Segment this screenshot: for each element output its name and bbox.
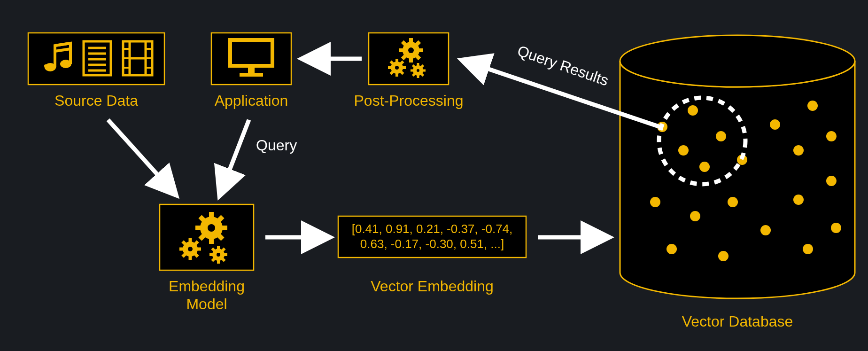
arrow-app-to-embedding [221,120,249,193]
svg-rect-23 [240,73,263,77]
svg-point-92 [699,162,710,172]
svg-point-105 [826,176,837,186]
svg-rect-61 [221,226,227,230]
svg-point-99 [690,211,700,221]
svg-rect-80 [209,253,213,256]
svg-rect-29 [399,48,403,52]
svg-rect-49 [411,70,414,72]
svg-rect-70 [179,248,184,251]
vector-embedding-label: Vector Embedding [371,278,494,295]
svg-point-46 [417,69,419,72]
svg-rect-28 [409,58,413,62]
vector-embedding-box: [0.41, 0.91, 0.21, -0.37, -0.74, 0.63, -… [338,216,526,257]
embedding-model-label-2: Model [186,296,227,312]
svg-point-91 [716,131,726,141]
svg-rect-38 [395,73,398,77]
svg-point-87 [620,35,855,87]
svg-rect-78 [217,246,220,250]
svg-point-90 [678,145,689,156]
svg-rect-50 [422,70,426,72]
svg-rect-22 [248,66,255,73]
source-data-label: Source Data [54,92,138,109]
embedding-model-box [160,204,254,270]
vector-embedding-line1: [0.41, 0.91, 0.21, -0.37, -0.74, [352,222,513,236]
svg-rect-60 [195,226,202,230]
application-label: Application [215,92,288,109]
arrow-source-to-embedding [108,120,174,193]
svg-rect-71 [197,248,201,251]
svg-point-77 [217,253,220,257]
svg-point-57 [208,224,215,232]
svg-point-97 [826,131,837,141]
vector-database-label: Vector Database [682,313,793,330]
svg-point-104 [793,195,804,205]
svg-rect-81 [224,253,227,256]
svg-rect-47 [417,63,419,66]
svg-point-101 [666,244,677,254]
svg-rect-40 [402,66,406,69]
svg-rect-30 [418,48,423,52]
post-processing-box [369,33,449,85]
svg-point-106 [803,244,813,254]
svg-rect-68 [189,238,192,242]
svg-point-107 [831,223,841,233]
svg-point-26 [408,47,414,53]
svg-rect-59 [209,238,214,244]
svg-rect-27 [409,38,413,43]
post-processing-label: Post-Processing [354,92,464,109]
svg-point-94 [770,119,780,130]
svg-rect-58 [209,212,214,218]
svg-point-103 [760,225,771,235]
svg-point-67 [188,247,193,251]
svg-rect-39 [388,66,392,69]
application-box [211,33,291,85]
svg-point-89 [688,105,698,116]
source-data-box [28,33,164,85]
svg-point-102 [718,251,728,261]
svg-rect-79 [217,260,220,264]
embedding-model-label-1: Embedding [169,278,245,295]
vector-embedding-line2: 0.63, -0.17, -0.30, 0.51, ...] [360,237,504,251]
svg-point-96 [793,145,804,156]
svg-rect-48 [417,75,419,78]
vector-database [620,35,855,298]
svg-rect-69 [189,256,192,260]
svg-point-95 [807,101,818,111]
svg-point-98 [650,197,660,207]
svg-point-36 [395,66,399,70]
svg-rect-37 [395,59,398,62]
svg-rect-24 [369,33,449,85]
svg-point-100 [728,197,738,207]
query-label: Query [256,137,297,154]
